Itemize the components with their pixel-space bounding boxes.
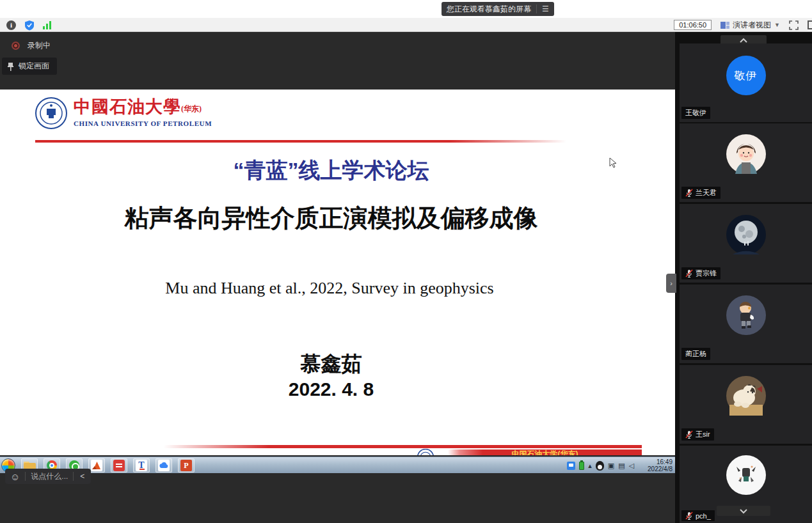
recording-indicator: 录制中 [12,40,51,51]
pin-icon [7,62,14,71]
signal-bars-icon[interactable] [43,21,51,29]
footer-banner-text: 中国石油大学(华东) [448,449,642,455]
university-name-cn: 中國石油大學(华东) [74,97,212,118]
mic-muted-icon [685,269,693,277]
clock-time: 16:49 [648,458,673,465]
university-seal-icon [35,97,67,129]
avatar-initials: 敬伊 [735,68,758,83]
scroll-down-button[interactable] [717,506,770,516]
lock-screen-button[interactable]: 锁定画面 [2,58,57,75]
participant-name: 王sir [696,430,710,439]
university-logo-block: 中國石油大學(华东) CHINA UNIVERSITY OF PETROLEUM [35,97,212,129]
avatar [726,215,766,257]
tray-expand-icon[interactable]: ▴ [588,462,592,470]
university-name-en: CHINA UNIVERSITY OF PETROLEUM [74,120,212,127]
view-mode-label: 演讲者视图 [733,20,771,31]
system-tray: ▴ ▣ ▤ ◁ [567,459,634,472]
t-app-icon[interactable]: T [133,458,150,472]
viewer-banner: 您正在观看慕鑫茹的屏幕 ☰ [442,2,554,16]
presentation-slide: 中國石油大學(华东) CHINA UNIVERSITY OF PETROLEUM… [0,90,675,455]
chat-overlay[interactable]: ☺ 说点什么... < [5,469,91,484]
participant-tile[interactable]: 王sir [680,365,812,444]
battery-icon[interactable] [579,462,584,470]
view-mode-button[interactable]: 演讲者视图 ▼ [720,20,780,31]
participant-tile[interactable]: 贾宗锋 [680,204,812,283]
participant-name: 兰天君 [696,188,717,198]
powerpoint-icon[interactable]: P [178,458,195,472]
participant-tile[interactable]: 蔺正杨 [680,285,812,363]
meeting-window: 您正在观看慕鑫茹的屏幕 ☰ i 01:06:50 演讲者视图 [0,0,812,523]
cloud-app-icon[interactable] [155,458,172,472]
viewer-banner-text: 您正在观看慕鑫茹的屏幕 [447,4,531,15]
layout-icon [720,22,729,29]
fullscreen-icon[interactable] [789,20,799,30]
footer-banner: 中国石油大学(华东) [448,449,642,455]
presentation-date: 2022. 4. 8 [0,379,662,400]
participant-name-tag: 王敬伊 [681,107,710,119]
header-divider-line [35,140,566,143]
avatar [726,376,766,418]
mic-muted-icon [685,430,693,439]
mouse-cursor [609,157,617,169]
top-strip: 您正在观看慕鑫茹的屏幕 ☰ [0,0,812,18]
messenger-tray-icon[interactable] [567,462,575,470]
banner-menu-icon[interactable]: ☰ [536,4,549,13]
divider [25,472,26,481]
participant-name-tag: 王sir [681,428,714,441]
participants-sidebar: 敬伊 王敬伊 [675,32,812,523]
participant-name-tag: 贾宗锋 [681,267,720,279]
citation-text: Mu and Huang et al., 2022, Survey in geo… [0,279,659,298]
footer-seal-icon [417,449,434,455]
avatar [726,295,766,338]
emoji-icon[interactable]: ☺ [10,471,20,482]
avatar: 敬伊 [726,56,766,95]
footer-divider-line [164,445,642,448]
recording-label: 录制中 [28,40,51,51]
divider [73,472,74,481]
participant-name-tag: 蔺正杨 [681,348,710,360]
forum-title: “青蓝”线上学术论坛 [0,156,662,185]
chevron-down-icon: ▼ [774,22,780,28]
chevron-down-icon [738,508,749,514]
participant-name: 王敬伊 [685,108,706,118]
lock-screen-label: 锁定画面 [19,61,49,72]
speaker-icon[interactable]: ◁ [629,462,634,470]
meeting-timer: 01:06:50 [674,20,712,30]
mic-muted-icon [685,511,693,520]
sidebar-collapse-handle[interactable]: › [666,274,676,293]
participant-name: 蔺正杨 [685,349,706,359]
avatar [726,134,766,176]
participant-name-tag: 兰天君 [681,187,720,199]
chat-collapse-button[interactable]: < [79,472,86,481]
author-name: 慕鑫茹 [0,350,662,379]
windows-taskbar: T P ▴ ▣ ▤ ◁ 16:49 2022/4/8 [0,457,675,473]
participant-name-tag: pch_ [681,510,715,521]
participant-name: pch_ [696,512,711,520]
shield-icon[interactable] [24,20,35,31]
mic-muted-icon [685,189,693,197]
red-app-icon[interactable] [111,458,127,472]
network-icon[interactable]: ▤ [618,462,625,470]
presentation-title: 粘声各向异性介质正演模拟及偏移成像 [0,202,662,235]
clock-date: 2022/4/8 [648,465,673,472]
chat-input[interactable]: 说点什么... [31,471,68,482]
qq-icon[interactable] [596,461,604,471]
info-icon[interactable]: i [6,20,16,30]
participant-tile[interactable]: 兰天君 [680,123,812,202]
meeting-toolbar: i 01:06:50 演讲者视图 ▼ [0,18,812,32]
avatar [726,455,766,497]
participant-tile[interactable]: 敬伊 王敬伊 [680,43,812,122]
security-tray-icon[interactable]: ▣ [608,462,614,470]
chevron-up-icon [738,37,749,43]
shared-screen-area: 录制中 锁定画面 中國石油大學(华东) [0,32,675,523]
participant-name: 贾宗锋 [696,269,717,278]
window-icon[interactable] [808,20,812,29]
taskbar-clock[interactable]: 16:49 2022/4/8 [648,458,673,472]
record-dot-icon [12,42,20,50]
